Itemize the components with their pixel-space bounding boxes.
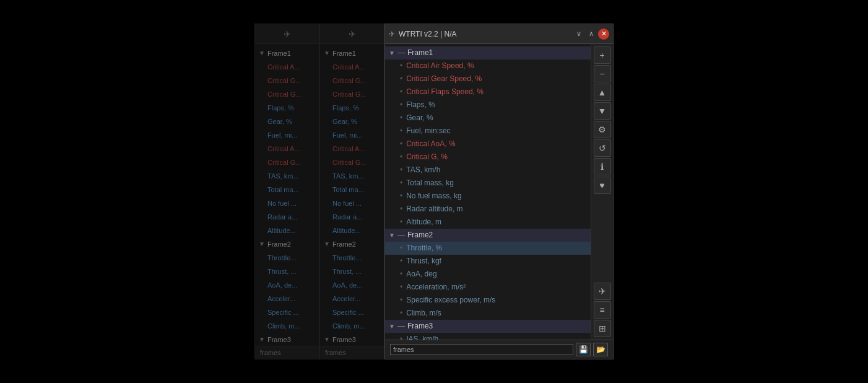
- list-item: AoA, de...: [320, 278, 384, 292]
- left-panel-2-footer: frames: [320, 346, 384, 359]
- list-item: Radar a...: [255, 210, 319, 224]
- list-item: Critical G...: [320, 74, 384, 87]
- list-item: Specific ...: [320, 306, 384, 319]
- list-item[interactable]: •Specific excess power, m/s: [385, 294, 591, 307]
- list-item: Total ma...: [255, 183, 319, 196]
- window-title: WTRTI v2.2 | N/A: [399, 30, 457, 38]
- list-item: Altitude...: [255, 224, 319, 237]
- list-item: ▼ Frame2: [255, 237, 319, 251]
- list-button[interactable]: ≡: [594, 301, 611, 319]
- list-item: Altitude...: [320, 224, 384, 237]
- reset-button[interactable]: ↺: [594, 139, 611, 157]
- favorite-button[interactable]: ♥: [594, 177, 611, 194]
- move-up-button[interactable]: ▲: [594, 84, 611, 101]
- list-item: Acceler...: [255, 292, 319, 306]
- list-item[interactable]: •IAS, km/h: [385, 333, 591, 340]
- list-item: Critical G...: [320, 87, 384, 101]
- move-down-button[interactable]: ▼: [594, 102, 611, 120]
- left-panel-1-content: ▼ Frame1Critical A...Critical G...Critic…: [255, 44, 319, 346]
- list-item[interactable]: •Flaps, %: [385, 99, 591, 112]
- list-item: Climb, m...: [255, 319, 319, 333]
- list-item: AoA, de...: [255, 278, 319, 292]
- list-item: ▼ Frame2: [320, 237, 384, 251]
- list-item[interactable]: •Critical Flaps Speed, %: [385, 86, 591, 99]
- window-controls: ∨ ∧ ✕: [573, 29, 609, 40]
- minimize-button[interactable]: ∨: [573, 29, 584, 40]
- main-panel: ✈ WTRTI v2.2 | N/A ∨ ∧ ✕ ▼—Frame1•Critic…: [384, 24, 614, 359]
- list-item[interactable]: •Total mass, kg: [385, 177, 591, 190]
- list-item[interactable]: ▼—Frame2: [385, 229, 591, 242]
- list-item: ▼ Frame3: [255, 333, 319, 346]
- list-item: No fuel ...: [255, 196, 319, 210]
- list-item: Fuel, mi...: [255, 128, 319, 142]
- list-item[interactable]: •Acceleration, m/s²: [385, 281, 591, 294]
- title-bar: ✈ WTRTI v2.2 | N/A ∨ ∧ ✕: [385, 24, 613, 44]
- list-item[interactable]: •Gear, %: [385, 112, 591, 125]
- main-container: ✈ ▼ Frame1Critical A...Critical G...Crit…: [254, 24, 614, 359]
- list-item: Fuel, mi...: [320, 128, 384, 142]
- save-button[interactable]: 💾: [576, 343, 591, 356]
- folder-button[interactable]: 📂: [593, 343, 608, 356]
- list-item: No fuel ...: [320, 196, 384, 210]
- list-item: Critical A...: [320, 142, 384, 156]
- list-item[interactable]: ▼—Frame1: [385, 46, 591, 59]
- settings-button[interactable]: ⚙: [594, 121, 611, 138]
- main-body: ▼—Frame1•Critical Air Speed, %•Critical …: [385, 44, 613, 340]
- list-item: Critical A...: [320, 60, 384, 74]
- list-item: Climb, m...: [320, 319, 384, 333]
- main-panel-icon: ✈: [389, 30, 395, 38]
- left-panel-1-footer: frames: [255, 346, 319, 359]
- list-item: Gear, %: [320, 115, 384, 128]
- list-item: Thrust, ...: [255, 265, 319, 278]
- list-item[interactable]: •Throttle, %: [385, 242, 591, 255]
- list-item: Specific ...: [255, 306, 319, 319]
- list-item: Radar a...: [320, 210, 384, 224]
- add-button[interactable]: +: [594, 46, 611, 64]
- list-item[interactable]: •AoA, deg: [385, 268, 591, 281]
- list-item: Flaps, %: [255, 101, 319, 115]
- list-item[interactable]: •Thrust, kgf: [385, 255, 591, 268]
- maximize-button[interactable]: ∧: [586, 29, 597, 40]
- list-item: ▼ Frame1: [320, 46, 384, 60]
- list-item[interactable]: •Critical G, %: [385, 151, 591, 164]
- right-sidebar: +−▲▼⚙↺ℹ♥✈≡⊞: [591, 44, 613, 340]
- list-item[interactable]: •Climb, m/s: [385, 307, 591, 320]
- close-button[interactable]: ✕: [598, 29, 609, 40]
- left-panel-1: ✈ ▼ Frame1Critical A...Critical G...Crit…: [254, 24, 319, 359]
- list-item: Throttle...: [320, 251, 384, 265]
- title-left: ✈ WTRTI v2.2 | N/A: [389, 30, 457, 38]
- list-item[interactable]: •Critical Gear Speed, %: [385, 73, 591, 86]
- list-item: TAS, km...: [320, 169, 384, 183]
- list-item[interactable]: •Radar altitude, m: [385, 203, 591, 216]
- list-item: Flaps, %: [320, 101, 384, 115]
- list-item: Critical A...: [255, 60, 319, 74]
- grid-button[interactable]: ⊞: [594, 320, 611, 337]
- remove-button[interactable]: −: [594, 65, 611, 82]
- left-panel-1-header: ✈: [255, 24, 319, 44]
- list-item: Critical A...: [255, 142, 319, 156]
- list-item: ▼ Frame3: [320, 333, 384, 346]
- list-item: ▼ Frame1: [255, 46, 319, 60]
- list-item: Critical G...: [255, 87, 319, 101]
- list-item: Acceler...: [320, 292, 384, 306]
- left-panel-2: ✈ ▼ Frame1Critical A...Critical G...Crit…: [319, 24, 384, 359]
- list-item[interactable]: •Fuel, min:sec: [385, 125, 591, 138]
- left-panel-2-content: ▼ Frame1Critical A...Critical G...Critic…: [320, 44, 384, 346]
- left-panel-1-icon: ✈: [284, 29, 291, 39]
- list-item: Thrust, ...: [320, 265, 384, 278]
- left-panel-2-icon: ✈: [349, 29, 356, 39]
- list-item[interactable]: •Altitude, m: [385, 216, 591, 229]
- list-item: Critical G...: [255, 74, 319, 87]
- list-item[interactable]: •Critical AoA, %: [385, 138, 591, 151]
- plane-button[interactable]: ✈: [594, 283, 611, 300]
- list-item[interactable]: •TAS, km/h: [385, 164, 591, 177]
- left-panel-2-header: ✈: [320, 24, 384, 44]
- info-button[interactable]: ℹ: [594, 158, 611, 175]
- list-item: Critical G...: [255, 156, 319, 169]
- list-item: Total ma...: [320, 183, 384, 196]
- list-item[interactable]: •No fuel mass, kg: [385, 190, 591, 203]
- frames-select[interactable]: frames: [390, 344, 573, 355]
- list-item[interactable]: ▼—Frame3: [385, 320, 591, 333]
- main-tree[interactable]: ▼—Frame1•Critical Air Speed, %•Critical …: [385, 44, 591, 340]
- list-item[interactable]: •Critical Air Speed, %: [385, 59, 591, 73]
